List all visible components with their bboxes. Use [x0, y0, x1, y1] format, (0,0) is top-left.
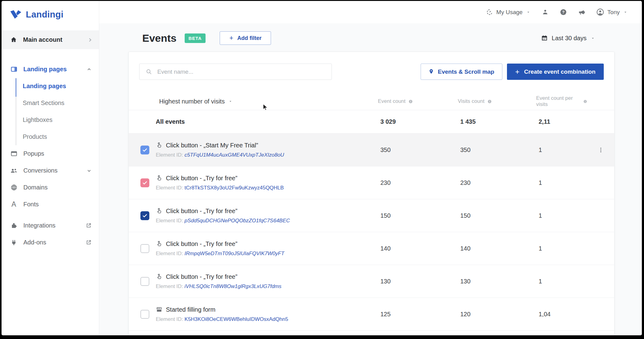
user-name: Tony	[607, 9, 620, 16]
sidebar-item-add-ons[interactable]: Add-ons	[2, 234, 99, 251]
brand-logo[interactable]: Landingi	[10, 9, 99, 20]
sort-dropdown[interactable]: Highest number of visits	[129, 98, 377, 105]
sidebar-item-label: Fonts	[23, 201, 39, 208]
visits-count-value: 150	[457, 212, 536, 219]
table-row[interactable]: Started filling form Element ID: K5H3KOi…	[129, 298, 614, 331]
sidebar-item-lightboxes[interactable]: Lightboxes	[16, 111, 99, 128]
my-usage-dropdown[interactable]: My Usage	[486, 9, 531, 16]
element-id-link[interactable]: tCr8TkSTSX8y3oU2Fw9uKzwyz45QQHLB	[185, 185, 284, 191]
table-row[interactable]: Click button - „Try for free” Element ID…	[129, 166, 614, 199]
sidebar-item-landing-pages-group[interactable]: Landing pages	[2, 61, 99, 78]
element-id-line: Element ID: iVHLSQ0icTn8W8Ow1glRgx3LxUG7…	[156, 283, 377, 290]
row-checkbox-cell	[129, 244, 156, 253]
sidebar-item-label: Landing pages	[23, 66, 67, 73]
topbar: My Usage ? Tony	[99, 1, 642, 23]
element-id-label: Element ID:	[156, 283, 183, 289]
element-id-label: Element ID:	[156, 152, 183, 158]
usage-gauge-icon	[486, 9, 493, 15]
element-id-link[interactable]: IRmpqW5eDTmT09oJ5IUIaFQVIK7W0yFT	[185, 251, 285, 256]
row-checkbox[interactable]	[140, 277, 149, 286]
element-id-label: Element ID:	[156, 185, 183, 191]
landing-pages-icon	[10, 66, 18, 73]
table-row[interactable]: Click button - „Try for free” Element ID…	[129, 199, 614, 232]
element-id-label: Element ID:	[156, 251, 183, 256]
sort-label: Highest number of visits	[159, 98, 225, 105]
sidebar-item-label: Add-ons	[23, 239, 46, 246]
help-icon[interactable]: ?	[560, 9, 567, 16]
events-scroll-map-button[interactable]: Events & Scroll map	[421, 64, 502, 80]
sidebar-nav: Landing pages Landing pages Smart Sectio…	[2, 61, 99, 251]
table-row[interactable]: Click button - „Start My Free Trial” Ele…	[129, 134, 614, 166]
info-icon[interactable]	[408, 99, 413, 104]
row-checkbox-cell	[129, 146, 156, 154]
row-checkbox[interactable]	[140, 146, 149, 154]
click-icon	[156, 175, 163, 181]
element-id-link[interactable]: K5H3KOi8OeCEW6WBehluIDWOsxAdQhn5	[185, 316, 288, 322]
table-row[interactable]: Click button - „Try for free” Element ID…	[129, 232, 614, 265]
usage-label: My Usage	[496, 9, 523, 16]
home-icon	[10, 36, 17, 43]
row-checkbox[interactable]	[140, 178, 149, 187]
app-window: Landingi Main account Landing pages	[2, 1, 642, 335]
date-range-dropdown[interactable]: Last 30 days	[541, 35, 595, 42]
user-menu[interactable]: Tony	[596, 8, 628, 16]
sidebar-item-products[interactable]: Products	[16, 128, 99, 145]
row-checkbox[interactable]	[140, 244, 149, 253]
sidebar-item-main-account[interactable]: Main account	[2, 30, 99, 49]
total-per-visits: 2,11	[536, 118, 587, 125]
announcements-megaphone-icon[interactable]	[578, 9, 585, 16]
visits-count-value: 130	[457, 278, 536, 285]
sidebar: Landingi Main account Landing pages	[2, 1, 99, 335]
event-title: Click button - „Try for free”	[166, 240, 238, 247]
info-icon[interactable]	[583, 99, 587, 104]
click-icon	[156, 273, 163, 280]
element-id-link[interactable]: pSdd5quDCHGNePOQObzZO1fqC7S64BEC	[185, 218, 290, 224]
add-filter-button[interactable]: + Add filter	[220, 31, 271, 45]
info-icon[interactable]	[487, 99, 492, 104]
sidebar-item-integrations[interactable]: Integrations	[2, 217, 99, 234]
content-area: Events BETA + Add filter Last 30 days	[99, 23, 642, 335]
create-event-combination-button[interactable]: + Create event combination	[507, 64, 604, 80]
page-header: Events BETA + Add filter Last 30 days	[99, 23, 642, 45]
event-count-value: 130	[377, 278, 457, 285]
row-menu-button[interactable]	[587, 147, 614, 153]
visits-count-value: 120	[457, 311, 536, 318]
sidebar-item-fonts[interactable]: A Fonts	[2, 196, 99, 213]
sidebar-item-label: Integrations	[23, 222, 56, 229]
row-checkbox-cell	[129, 211, 156, 220]
card-toolbar: Events & Scroll map + Create event combi…	[129, 52, 614, 80]
sidebar-item-conversions[interactable]: Conversions	[2, 162, 99, 179]
click-icon	[156, 208, 163, 214]
element-id-line: Element ID: pSdd5quDCHGNePOQObzZO1fqC7S6…	[156, 218, 377, 224]
row-checkbox[interactable]	[140, 211, 149, 220]
event-count-value: 230	[377, 179, 457, 186]
per-visits-value: 1,04	[536, 311, 587, 318]
create-event-combination-label: Create event combination	[524, 68, 595, 75]
sidebar-item-domains[interactable]: Domains	[2, 179, 99, 196]
globe-icon	[10, 184, 18, 191]
sidebar-item-landing-pages[interactable]: Landing pages	[16, 78, 99, 95]
per-visits-value: 1	[536, 245, 587, 252]
table-row[interactable]: Click button - „Try for free” Element ID…	[129, 265, 614, 298]
event-name-cell: Click button - „Start My Free Trial” Ele…	[156, 142, 377, 158]
sidebar-item-popups[interactable]: Popups	[2, 145, 99, 162]
row-checkbox-cell	[129, 277, 156, 286]
affiliate-person-icon[interactable]	[542, 9, 549, 16]
event-search-input[interactable]	[157, 68, 325, 75]
fonts-icon: A	[10, 200, 18, 208]
sidebar-item-label: Conversions	[23, 167, 57, 174]
event-count-value: 125	[377, 311, 457, 318]
sidebar-item-label: Smart Sections	[23, 99, 65, 107]
event-count-value: 350	[377, 146, 457, 154]
map-pin-icon	[429, 69, 434, 75]
date-range-label: Last 30 days	[552, 35, 587, 42]
page-title: Events	[142, 32, 177, 44]
event-count-value: 150	[377, 212, 457, 219]
conversions-icon	[10, 167, 18, 174]
plug-icon	[10, 239, 18, 246]
element-id-link[interactable]: iVHLSQ0icTn8W8Ow1glRgx3LxUG7fdms	[185, 283, 282, 289]
sidebar-item-smart-sections[interactable]: Smart Sections	[16, 95, 99, 111]
table-rows: Click button - „Start My Free Trial” Ele…	[129, 134, 614, 331]
element-id-link[interactable]: c5TFqU1M4ucAuxGME4VUxpTJeXIzo8oU	[185, 152, 284, 158]
row-checkbox[interactable]	[140, 310, 149, 319]
